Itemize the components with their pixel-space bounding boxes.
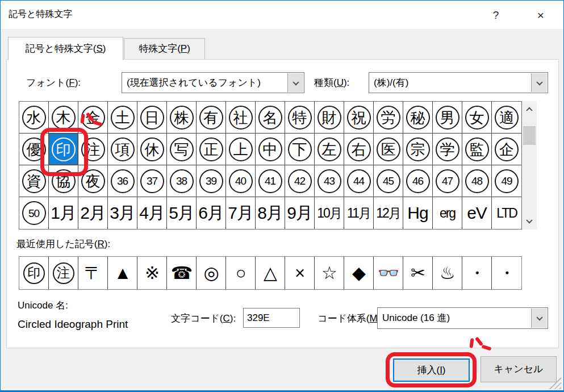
- insert-button[interactable]: 挿入(I): [393, 358, 470, 382]
- symbol-cell[interactable]: 株: [167, 102, 197, 134]
- scrollbar-thumb[interactable]: [523, 126, 536, 145]
- symbol-cell[interactable]: 43: [315, 165, 344, 197]
- symbol-cell[interactable]: 土: [108, 102, 137, 134]
- close-icon[interactable]: ×: [532, 7, 549, 24]
- recent-symbol-cell[interactable]: ◎: [197, 257, 226, 289]
- font-select[interactable]: (現在選択されているフォント): [122, 72, 304, 93]
- chevron-down-icon[interactable]: [531, 308, 547, 328]
- recent-symbol-cell[interactable]: ×: [285, 257, 315, 289]
- symbol-cell[interactable]: 財: [315, 102, 344, 134]
- recent-symbol-cell[interactable]: ☎: [167, 257, 197, 289]
- symbol-cell[interactable]: 協: [49, 165, 78, 197]
- symbol-cell[interactable]: 49: [492, 165, 521, 197]
- symbol-cell[interactable]: 秘: [403, 102, 433, 134]
- symbol-cell[interactable]: 6月: [197, 197, 226, 229]
- symbol-cell[interactable]: 41: [256, 165, 285, 197]
- symbol-cell[interactable]: 4月: [137, 197, 167, 229]
- symbol-cell[interactable]: 祝: [344, 102, 374, 134]
- symbol-cell[interactable]: 項: [108, 134, 137, 165]
- symbol-cell[interactable]: erg: [433, 197, 462, 229]
- symbol-cell[interactable]: 労: [374, 102, 403, 134]
- symbol-cell[interactable]: 左: [315, 134, 344, 165]
- recent-symbol-cell[interactable]: ✂: [403, 257, 433, 289]
- symbol-cell[interactable]: 右: [344, 134, 374, 165]
- recent-symbol-cell[interactable]: △: [256, 257, 285, 289]
- symbol-cell[interactable]: 45: [374, 165, 403, 197]
- symbol-cell[interactable]: 42: [285, 165, 315, 197]
- symbol-cell[interactable]: 46: [403, 165, 433, 197]
- symbol-cell[interactable]: 9月: [285, 197, 315, 229]
- symbol-cell[interactable]: eV: [462, 197, 492, 229]
- symbol-cell[interactable]: 優: [19, 134, 49, 165]
- symbol-cell[interactable]: 50: [19, 197, 49, 229]
- scroll-up-icon[interactable]: [522, 101, 537, 118]
- chevron-down-icon[interactable]: [531, 73, 547, 92]
- symbol-cell[interactable]: 3月: [108, 197, 137, 229]
- symbol-cell[interactable]: 1月: [49, 197, 78, 229]
- char-code-input[interactable]: 329E: [243, 308, 300, 328]
- grid-scrollbar[interactable]: [522, 101, 537, 230]
- symbol-cell[interactable]: 38: [167, 165, 197, 197]
- symbol-cell[interactable]: 夜: [78, 165, 108, 197]
- recent-symbol-cell[interactable]: ・: [462, 257, 492, 289]
- symbol-cell[interactable]: 中: [256, 134, 285, 165]
- symbol-cell[interactable]: 12月: [374, 197, 403, 229]
- symbol-cell[interactable]: 36: [108, 165, 137, 197]
- symbol-cell[interactable]: 印: [49, 134, 78, 165]
- symbol-cell[interactable]: 特: [285, 102, 315, 134]
- symbol-cell[interactable]: LTD: [492, 197, 521, 229]
- symbol-cell[interactable]: 下: [285, 134, 315, 165]
- symbol-cell[interactable]: 宗: [403, 134, 433, 165]
- symbol-cell[interactable]: 7月: [226, 197, 256, 229]
- recent-symbol-cell[interactable]: ※: [137, 257, 167, 289]
- recent-symbol-cell[interactable]: 👓: [374, 257, 403, 289]
- symbol-cell[interactable]: 監: [462, 134, 492, 165]
- recent-symbol-cell[interactable]: ・: [492, 257, 521, 289]
- cancel-button[interactable]: キャンセル: [481, 356, 557, 382]
- encoding-select[interactable]: Unicode (16 進): [377, 307, 548, 329]
- symbol-cell[interactable]: 37: [137, 165, 167, 197]
- recent-symbol-cell[interactable]: 注: [49, 257, 78, 289]
- symbol-cell[interactable]: 48: [462, 165, 492, 197]
- help-icon[interactable]: ?: [487, 7, 504, 24]
- recent-symbol-cell[interactable]: ◆: [344, 257, 374, 289]
- symbol-cell[interactable]: 44: [344, 165, 374, 197]
- recent-symbol-cell[interactable]: 印: [19, 257, 49, 289]
- symbol-cell[interactable]: 10月: [315, 197, 344, 229]
- symbol-cell[interactable]: 名: [256, 102, 285, 134]
- symbol-cell[interactable]: 正: [197, 134, 226, 165]
- symbol-cell[interactable]: 40: [226, 165, 256, 197]
- tab-special-characters[interactable]: 特殊文字(P): [124, 38, 205, 60]
- symbol-cell[interactable]: 社: [226, 102, 256, 134]
- symbol-cell[interactable]: 上: [226, 134, 256, 165]
- symbol-cell[interactable]: 企: [492, 134, 521, 165]
- symbol-cell[interactable]: 医: [374, 134, 403, 165]
- subset-select[interactable]: (株)/(有): [369, 72, 548, 93]
- recent-symbol-cell[interactable]: ♨: [433, 257, 462, 289]
- symbol-cell[interactable]: 5月: [167, 197, 197, 229]
- scroll-down-icon[interactable]: [522, 212, 537, 230]
- symbol-cell[interactable]: 資: [19, 165, 49, 197]
- recent-symbol-cell[interactable]: 〒: [78, 257, 108, 289]
- symbol-cell[interactable]: Hg: [403, 197, 433, 229]
- symbol-cell[interactable]: 写: [167, 134, 197, 165]
- symbol-cell[interactable]: 水: [19, 102, 49, 134]
- recent-symbol-cell[interactable]: ▲: [108, 257, 137, 289]
- tab-symbols[interactable]: 記号と特殊文字(S): [8, 37, 123, 60]
- symbol-cell[interactable]: 有: [197, 102, 226, 134]
- symbol-cell[interactable]: 11月: [344, 197, 374, 229]
- symbol-cell[interactable]: 金: [78, 102, 108, 134]
- symbol-cell[interactable]: 注: [78, 134, 108, 165]
- symbol-cell[interactable]: 47: [433, 165, 462, 197]
- symbol-cell[interactable]: 39: [197, 165, 226, 197]
- chevron-down-icon[interactable]: [287, 73, 303, 92]
- symbol-cell[interactable]: 休: [137, 134, 167, 165]
- symbol-cell[interactable]: 女: [462, 102, 492, 134]
- symbol-cell[interactable]: 適: [492, 102, 521, 134]
- symbol-cell[interactable]: 学: [433, 134, 462, 165]
- recent-symbol-cell[interactable]: ☆: [315, 257, 344, 289]
- symbol-cell[interactable]: 8月: [256, 197, 285, 229]
- symbol-cell[interactable]: 日: [137, 102, 167, 134]
- symbol-cell[interactable]: 2月: [78, 197, 108, 229]
- recent-symbol-cell[interactable]: ○: [226, 257, 256, 289]
